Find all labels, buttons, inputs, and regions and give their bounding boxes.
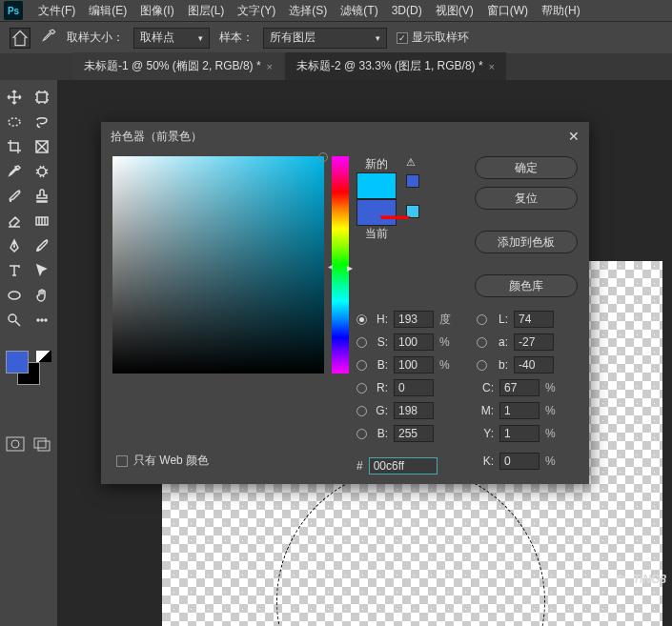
crop-tool-icon[interactable] — [2, 135, 27, 158]
bc-label: B: — [373, 427, 388, 440]
hex-label: # — [356, 459, 363, 473]
menu-item[interactable]: 文字(Y) — [232, 3, 281, 19]
websafe-swatch[interactable] — [406, 205, 419, 218]
dialog-title: 拾色器（前景色） — [111, 129, 202, 145]
menu-item[interactable]: 图像(I) — [134, 3, 179, 19]
c-label: C: — [477, 381, 494, 394]
gamut-swatch[interactable] — [406, 174, 419, 188]
home-icon[interactable] — [10, 28, 31, 49]
h-input[interactable] — [394, 311, 434, 328]
more-tools-icon[interactable] — [30, 309, 54, 332]
show-ring-checkbox[interactable]: ✓ 显示取样环 — [397, 30, 469, 46]
h-unit: 度 — [439, 312, 453, 328]
marquee-tool-icon[interactable] — [2, 111, 27, 133]
menu-item[interactable]: 滤镜(T) — [335, 3, 383, 19]
current-color-swatch[interactable] — [356, 199, 397, 226]
r-input[interactable] — [394, 379, 434, 396]
s-input[interactable] — [394, 333, 434, 351]
current-label: 当前 — [365, 226, 388, 242]
menu-bar: Ps 文件(F) 编辑(E) 图像(I) 图层(L) 文字(Y) 选择(S) 滤… — [0, 0, 672, 21]
k-input[interactable] — [499, 453, 540, 470]
hex-input[interactable] — [369, 457, 438, 475]
zoom-tool-icon[interactable] — [2, 309, 27, 332]
menu-item[interactable]: 编辑(E) — [83, 3, 132, 19]
reset-button[interactable]: 复位 — [475, 187, 578, 210]
path-select-tool-icon[interactable] — [30, 259, 54, 282]
frame-tool-icon[interactable] — [30, 135, 54, 158]
ok-button[interactable]: 确定 — [475, 156, 578, 179]
eyedropper-tool-icon[interactable] — [2, 160, 27, 183]
sample-size-dropdown[interactable]: 取样点▾ — [133, 28, 210, 49]
menu-item[interactable]: 文件(F) — [32, 3, 81, 19]
history-brush-icon[interactable] — [30, 234, 54, 257]
menu-item[interactable]: 3D(D) — [386, 4, 428, 17]
radio-bc[interactable] — [356, 429, 367, 439]
app-logo: Ps — [4, 1, 23, 20]
gradient-tool-icon[interactable] — [30, 210, 54, 232]
type-tool-icon[interactable] — [2, 259, 27, 282]
g-label: G: — [373, 404, 388, 417]
document-tab-bar: 未标题-1 @ 50% (椭圆 2, RGB/8) * × 未标题-2 @ 33… — [0, 53, 672, 80]
y-input[interactable] — [499, 425, 540, 442]
document-tab[interactable]: 未标题-1 @ 50% (椭圆 2, RGB/8) * × — [72, 52, 284, 80]
menu-item[interactable]: 视图(V) — [430, 3, 479, 19]
eyedropper-icon[interactable] — [40, 28, 57, 48]
svg-point-1 — [9, 118, 20, 126]
saturation-brightness-field[interactable] — [112, 156, 324, 374]
sample-size-value: 取样点 — [140, 30, 174, 46]
heal-tool-icon[interactable] — [30, 160, 54, 183]
warning-icon[interactable]: ⚠ — [406, 156, 419, 169]
shape-tool-icon[interactable] — [2, 284, 27, 307]
radio-r[interactable] — [356, 383, 367, 394]
radio-h[interactable] — [356, 314, 367, 325]
web-only-checkbox[interactable]: 只有 Web 颜色 — [116, 453, 209, 469]
g-input[interactable] — [394, 402, 434, 419]
radio-l[interactable] — [477, 314, 487, 325]
sample-value: 所有图层 — [270, 30, 316, 46]
close-icon[interactable]: × — [489, 61, 495, 72]
stamp-tool-icon[interactable] — [30, 185, 54, 208]
bv-input[interactable] — [394, 356, 434, 374]
lasso-tool-icon[interactable] — [30, 111, 54, 133]
menu-item[interactable]: 帮助(H) — [536, 3, 586, 19]
y-unit: % — [545, 427, 559, 440]
radio-b[interactable] — [356, 360, 367, 371]
check-icon: ✓ — [397, 32, 408, 44]
radio-bl[interactable] — [477, 360, 487, 371]
close-icon[interactable]: ✕ — [568, 129, 580, 144]
hand-tool-icon[interactable] — [30, 284, 54, 307]
menu-item[interactable]: 窗口(W) — [481, 3, 534, 19]
artboard-tool-icon[interactable] — [30, 86, 54, 109]
l-label: L: — [493, 313, 508, 326]
add-swatch-button[interactable]: 添加到色板 — [475, 231, 578, 253]
foreground-swatch[interactable] — [6, 351, 29, 374]
dialog-titlebar[interactable]: 拾色器（前景色） ✕ — [101, 122, 589, 151]
svg-point-7 — [9, 314, 16, 322]
brush-tool-icon[interactable] — [2, 185, 27, 208]
sample-dropdown[interactable]: 所有图层▾ — [263, 28, 387, 49]
svg-rect-13 — [34, 438, 46, 448]
bl-input[interactable] — [514, 356, 554, 374]
screenmode-icon[interactable] — [32, 436, 51, 454]
l-input[interactable] — [514, 311, 554, 328]
move-tool-icon[interactable] — [2, 86, 27, 109]
bc-input[interactable] — [394, 425, 434, 442]
menu-item[interactable]: 选择(S) — [283, 3, 333, 19]
radio-a[interactable] — [477, 337, 487, 348]
pen-tool-icon[interactable] — [2, 234, 27, 257]
color-lib-button[interactable]: 颜色库 — [475, 274, 578, 297]
close-icon[interactable]: × — [267, 61, 273, 72]
menu-item[interactable]: 图层(L) — [182, 3, 231, 19]
k-label: K: — [477, 454, 494, 468]
radio-g[interactable] — [356, 406, 367, 416]
quickmask-icon[interactable] — [6, 436, 25, 454]
c-input[interactable] — [499, 379, 540, 396]
m-input[interactable] — [499, 402, 540, 419]
hue-slider[interactable]: ◂▸ — [332, 156, 349, 374]
a-label: a: — [493, 335, 508, 349]
a-input[interactable] — [514, 333, 554, 351]
eraser-tool-icon[interactable] — [2, 210, 27, 232]
radio-s[interactable] — [356, 337, 367, 348]
swap-colors-icon[interactable] — [36, 351, 51, 362]
document-tab[interactable]: 未标题-2 @ 33.3% (图层 1, RGB/8) * × — [285, 52, 506, 80]
